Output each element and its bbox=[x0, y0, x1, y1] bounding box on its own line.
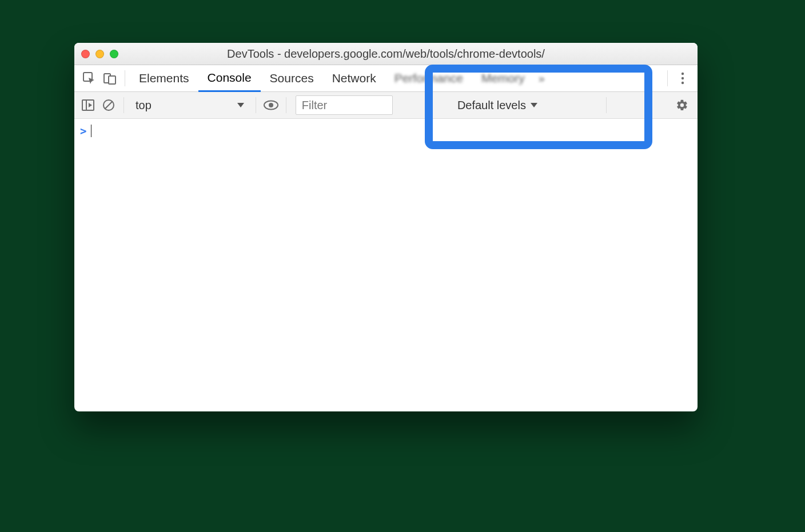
tab-network[interactable]: Network bbox=[323, 65, 385, 92]
console-body[interactable]: > bbox=[74, 119, 698, 143]
levels-label: Default levels bbox=[457, 99, 526, 112]
console-settings-icon[interactable] bbox=[670, 92, 694, 119]
separator bbox=[123, 97, 124, 113]
minimize-window-button[interactable] bbox=[95, 50, 104, 58]
close-window-button[interactable] bbox=[81, 50, 90, 58]
svg-point-3 bbox=[682, 73, 684, 75]
device-toolbar-icon[interactable] bbox=[99, 65, 120, 92]
more-options-icon[interactable] bbox=[672, 65, 693, 92]
prompt-caret-icon: > bbox=[80, 125, 86, 137]
clear-console-icon[interactable] bbox=[98, 92, 119, 119]
tab-elements[interactable]: Elements bbox=[130, 65, 198, 92]
titlebar: DevTools - developers.google.com/web/too… bbox=[74, 43, 698, 65]
dropdown-caret-icon bbox=[531, 103, 537, 107]
more-tabs-icon[interactable]: » bbox=[534, 72, 549, 85]
log-levels-selector[interactable]: Default levels bbox=[452, 99, 543, 112]
text-cursor bbox=[91, 125, 91, 137]
toggle-console-sidebar-icon[interactable] bbox=[78, 92, 98, 119]
console-toolbar: top Default levels bbox=[74, 92, 698, 119]
tab-sources[interactable]: Sources bbox=[261, 65, 323, 92]
separator bbox=[606, 97, 607, 113]
context-label: top bbox=[136, 99, 152, 112]
inspect-element-icon[interactable] bbox=[79, 65, 99, 92]
separator bbox=[125, 70, 125, 86]
svg-point-11 bbox=[269, 103, 273, 107]
separator bbox=[256, 97, 256, 113]
svg-rect-2 bbox=[109, 76, 115, 84]
traffic-lights bbox=[81, 50, 118, 58]
separator bbox=[286, 97, 286, 113]
filter-input[interactable] bbox=[296, 95, 393, 115]
tabstrip: Elements Console Sources Network Perform… bbox=[74, 65, 698, 92]
zoom-window-button[interactable] bbox=[110, 50, 118, 58]
live-expression-icon[interactable] bbox=[261, 92, 281, 119]
tab-console[interactable]: Console bbox=[198, 65, 261, 92]
window-title: DevTools - developers.google.com/web/too… bbox=[74, 47, 698, 61]
tab-memory[interactable]: Memory bbox=[472, 65, 534, 92]
dropdown-caret-icon bbox=[237, 103, 244, 107]
svg-point-5 bbox=[682, 82, 684, 84]
separator bbox=[667, 70, 668, 86]
svg-line-9 bbox=[105, 102, 112, 109]
devtools-window: DevTools - developers.google.com/web/too… bbox=[74, 43, 698, 411]
tab-performance[interactable]: Performance bbox=[385, 65, 472, 92]
svg-point-4 bbox=[682, 77, 684, 79]
execution-context-selector[interactable]: top bbox=[129, 95, 251, 115]
